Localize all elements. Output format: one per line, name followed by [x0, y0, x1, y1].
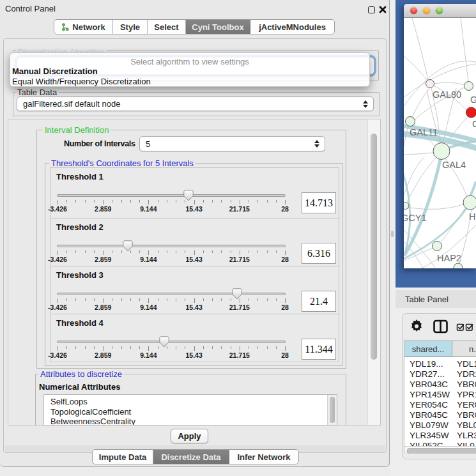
- attribute-list-item[interactable]: SelfLoops: [50, 397, 88, 406]
- network-canvas[interactable]: GAL80GACGAL11GAL4GCY1HHAP2: [404, 18, 476, 268]
- network-node-hap2[interactable]: [433, 242, 442, 251]
- zoom-traffic-light-icon[interactable]: [436, 7, 443, 14]
- table-row[interactable]: YDL19...YDL1: [404, 358, 476, 369]
- threshold-value-field[interactable]: 6.316: [302, 243, 336, 264]
- table-row[interactable]: YPR145WYPR1: [404, 389, 476, 399]
- table-horizontal-scrollbar-thumb[interactable]: [407, 448, 476, 454]
- tab-cyni-toolbox[interactable]: Cyni Toolbox: [186, 20, 250, 34]
- cell-name: YDR2: [457, 369, 476, 379]
- slider-tick: [257, 250, 258, 253]
- slider-tick-label: 9.144: [140, 303, 157, 311]
- tab-infer-network[interactable]: Infer Network: [229, 450, 298, 464]
- tab-style[interactable]: Style: [113, 20, 148, 34]
- slider-tick: [58, 200, 58, 204]
- network-node-gal80[interactable]: [426, 80, 434, 88]
- table-row[interactable]: YBL079WYBL0: [404, 420, 476, 430]
- tab-network[interactable]: Network: [54, 20, 113, 34]
- network-edge[interactable]: [470, 181, 476, 196]
- threshold-value-field[interactable]: 21.4: [302, 291, 336, 312]
- gear-icon[interactable]: [411, 319, 422, 332]
- window-title: Control Panel: [5, 4, 56, 13]
- tab-jactivemnodules[interactable]: jActiveMNodules: [250, 20, 334, 34]
- node-attribute-table[interactable]: shared...n...YDL19...YDL1YDR27...YDR2YBR…: [404, 341, 476, 454]
- threshold-slider-track[interactable]: [57, 293, 286, 295]
- network-edge[interactable]: [404, 153, 433, 155]
- attribute-list-item[interactable]: BetweennessCentrality: [50, 417, 135, 426]
- threshold-slider-thumb[interactable]: [232, 288, 242, 300]
- network-node-gal11[interactable]: [406, 117, 415, 127]
- close-traffic-light-icon[interactable]: [410, 7, 417, 14]
- threshold-slider-track[interactable]: [57, 194, 286, 197]
- attribute-list-item[interactable]: TopologicalCoefficient: [50, 407, 131, 417]
- numerical-attributes-list[interactable]: SelfLoopsTopologicalCoefficientBetweenne…: [43, 394, 337, 426]
- threshold-slider-track[interactable]: [57, 341, 286, 343]
- network-icon: [61, 23, 70, 31]
- list-scrollbar-thumb[interactable]: [330, 397, 335, 423]
- checkbox-checked-icon[interactable]: [466, 325, 473, 331]
- network-node-ga[interactable]: [464, 82, 473, 91]
- slider-tick: [121, 250, 122, 253]
- network-node-gal4[interactable]: [433, 143, 450, 160]
- slider-tick: [112, 200, 112, 203]
- network-edge[interactable]: [404, 167, 410, 253]
- checkbox-checked-icon[interactable]: [457, 325, 464, 331]
- threshold-value-field[interactable]: 11.344: [302, 339, 336, 360]
- table-horizontal-scrollbar[interactable]: [404, 446, 476, 454]
- network-edge[interactable]: [412, 18, 428, 80]
- threshold-slider-thumb[interactable]: [183, 190, 194, 201]
- tab-impute-data[interactable]: Impute Data: [93, 450, 153, 464]
- threshold-slider-thumb[interactable]: [123, 240, 133, 252]
- popup-item-manual-discretization[interactable]: Manual Discretization: [12, 66, 367, 77]
- split-columns-icon[interactable]: [434, 321, 447, 332]
- tab-discretize-data[interactable]: Discretize Data: [153, 450, 229, 464]
- slider-tick: [75, 200, 76, 203]
- tab-label: Cyni Toolbox: [192, 22, 243, 32]
- table-row[interactable]: YER054CYER0: [404, 399, 476, 410]
- slider-tick-label: 28: [281, 205, 289, 213]
- network-node-c[interactable]: [466, 107, 476, 118]
- minimize-traffic-light-icon[interactable]: [423, 7, 430, 14]
- table-row[interactable]: YLR345WYLR3: [404, 430, 476, 440]
- slider-tick: [158, 298, 158, 301]
- column-header-shared-name[interactable]: shared...: [404, 341, 452, 357]
- slider-tick: [130, 346, 131, 349]
- slider-tick-label: 2.859: [95, 303, 111, 311]
- network-edge[interactable]: [434, 82, 464, 85]
- network-window-titlebar[interactable]: [404, 4, 476, 18]
- tab-select[interactable]: Select: [148, 20, 186, 34]
- apply-button[interactable]: Apply: [171, 429, 208, 443]
- close-icon[interactable]: [379, 6, 387, 13]
- popup-item-equal-width-frequency-discretization[interactable]: Equal Width/Frequency Discretization: [12, 77, 367, 87]
- slider-tick: [267, 250, 268, 253]
- table-data-combobox[interactable]: galFiltered.sif default node: [17, 96, 374, 111]
- slider-tick: [139, 200, 140, 203]
- threshold-slider-thumb[interactable]: [159, 336, 169, 348]
- slider-tick: [185, 298, 185, 301]
- network-edge[interactable]: [404, 56, 427, 81]
- slider-tick: [139, 298, 140, 301]
- slider-tick: [240, 200, 240, 204]
- network-node-label: H: [469, 211, 475, 222]
- network-node[interactable]: [454, 263, 463, 268]
- tab-label: Select: [154, 22, 178, 32]
- network-edge[interactable]: [461, 18, 468, 82]
- threshold-value-field[interactable]: 14.713: [302, 192, 336, 213]
- table-row[interactable]: YDR27...YDR2: [404, 369, 476, 379]
- vertical-scrollbar-track[interactable]: [367, 119, 380, 425]
- list-scrollbar-track[interactable]: [327, 395, 337, 425]
- table-row[interactable]: YBR045CYBR0: [404, 410, 476, 420]
- split-pane-handle[interactable]: [391, 231, 394, 237]
- table-row[interactable]: YBR043CYBR0: [404, 379, 476, 389]
- network-node-gcy1[interactable]: [404, 203, 409, 210]
- network-node-h[interactable]: [463, 196, 476, 210]
- column-header-name[interactable]: n...: [452, 341, 476, 357]
- slider-tick: [176, 346, 176, 349]
- network-edge[interactable]: [409, 204, 463, 210]
- float-window-icon[interactable]: [368, 6, 375, 13]
- threshold-slider-track[interactable]: [57, 245, 286, 247]
- slider-tick-label: 21.715: [229, 256, 250, 263]
- cell-name: YLR3: [457, 431, 476, 440]
- slider-tick: [58, 250, 58, 255]
- number-of-intervals-combobox[interactable]: 5: [139, 136, 325, 151]
- vertical-scrollbar-thumb[interactable]: [371, 134, 377, 360]
